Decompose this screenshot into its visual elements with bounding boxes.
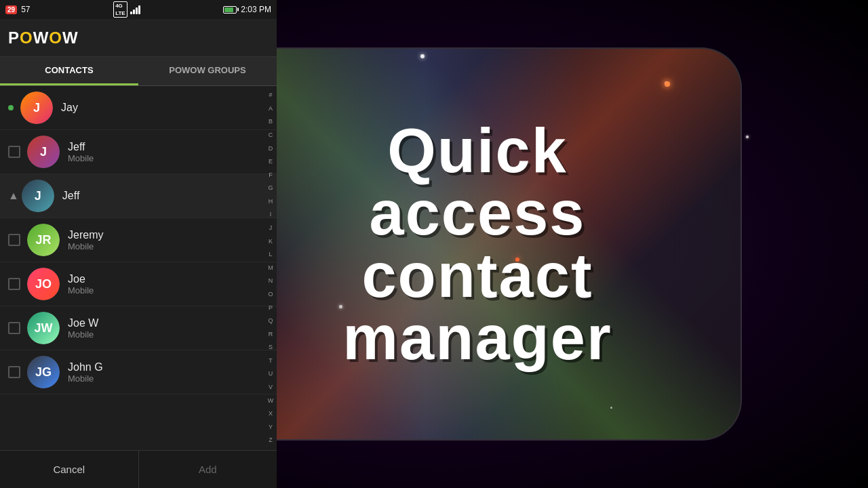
headline: Quick access contact manager [282,119,673,369]
alpha-t[interactable]: T [269,358,273,364]
contact-item-joe[interactable]: JO Joe Mobile [0,262,277,306]
contact-item-jay[interactable]: J Jay [0,86,277,130]
tab-contacts[interactable]: CONTACTS [0,57,138,85]
status-bar: 29 57 4GLTE 2:03 PM [0,0,277,19]
alpha-f[interactable]: F [269,172,273,178]
contact-info-johng: John G Mobile [68,361,269,384]
app-bar: POWOW [0,19,277,57]
alpha-g[interactable]: G [268,185,273,191]
contact-name-johng: John G [68,361,269,373]
avatar-johng: JG [27,356,60,388]
sparkle-orange [665,81,670,87]
alpha-b[interactable]: B [269,119,273,125]
signal-bar-3 [136,7,138,14]
checkbox-jeff1[interactable] [8,146,20,158]
avatar-jeff1: J [27,136,60,168]
alpha-o[interactable]: O [268,291,273,298]
contact-name-jay: Jay [61,102,269,114]
contact-info-jeff2: Jeff [62,190,269,202]
contact-item-jeff1[interactable]: J Jeff Mobile [0,130,277,174]
avatar-inner-jay: J [20,92,53,124]
contact-sub-joe: Mobile [68,285,269,296]
signal-bar-4 [138,5,140,14]
status-left: 29 57 [5,5,30,14]
contact-info-joew: Joe W Mobile [68,317,269,340]
sparkle-1 [420,54,425,58]
signal-bars [130,5,140,14]
checkbox-johng[interactable] [8,366,20,378]
avatar-inner-johng: JG [27,356,60,388]
contact-name-jeff2: Jeff [62,190,269,202]
alpha-r[interactable]: R [269,331,273,338]
alpha-u[interactable]: U [269,371,273,377]
contact-item-joew[interactable]: JW Joe W Mobile [0,306,277,350]
tabs: CONTACTS POWOW GROUPS [0,57,277,86]
avatar-jeremy: JR [27,224,60,256]
contact-info-jeff1: Jeff Mobile [68,141,269,163]
contact-item-johng[interactable]: JG John G Mobile [0,350,277,394]
alpha-e[interactable]: E [269,159,273,165]
online-dot [8,105,14,110]
status-right: 2:03 PM [223,5,271,14]
alpha-l[interactable]: L [269,251,272,258]
alpha-hash[interactable]: # [269,92,272,98]
alpha-h[interactable]: H [269,199,273,205]
alpha-k[interactable]: K [269,239,273,245]
alpha-d[interactable]: D [269,146,273,152]
avatar-inner-jeff1: J [27,136,60,168]
signal-bar-1 [130,12,132,14]
logo-o2: O [49,28,62,47]
contact-sub-johng: Mobile [68,373,269,384]
cancel-button[interactable]: Cancel [0,451,139,488]
alpha-v[interactable]: V [269,384,273,390]
avatar-inner-jeremy: JR [27,224,60,256]
main-text-block: Quick access contact manager [282,119,673,369]
contact-list: J Jay J Jeff Mobile ▲ J Jeff [0,86,277,450]
logo-text: POWOW [8,28,79,47]
alpha-w[interactable]: W [268,398,274,404]
alpha-i[interactable]: I [270,211,272,218]
contact-info-joe: Joe Mobile [68,273,269,296]
contact-sub-joew: Mobile [68,329,269,340]
contact-info-jeremy: Jeremy Mobile [68,229,269,251]
alpha-m[interactable]: M [268,265,273,271]
alpha-index: # A B C D E F G H I J K L M N O P Q R S … [264,86,277,450]
checkbox-joew[interactable] [8,322,20,334]
alpha-a[interactable]: A [269,106,273,112]
alpha-s[interactable]: S [269,344,273,350]
lte-badge: 4GLTE [113,1,127,18]
bottom-bar: Cancel Add [0,450,277,488]
alpha-c[interactable]: C [269,132,273,138]
avatar-joew: JW [27,312,60,344]
contact-name-joe: Joe [68,273,269,285]
tab-contacts-label: CONTACTS [45,65,93,75]
add-button[interactable]: Add [139,451,277,488]
alpha-z[interactable]: Z [269,437,273,443]
headline-line1: Quick [387,116,568,185]
contact-sub-jeremy: Mobile [68,241,269,251]
avatar-jay: J [20,92,53,124]
avatar-inner-joew: JW [27,312,60,344]
contact-item-jeremy[interactable]: JR Jeremy Mobile [0,218,277,262]
avatar-inner-joe: JO [27,268,60,300]
avatar-joe: JO [27,268,60,300]
alpha-p[interactable]: P [269,305,273,311]
headline-line3: manager [342,303,612,372]
logo-o: O [20,28,33,47]
tab-powow-groups[interactable]: POWOW GROUPS [138,57,277,85]
alpha-j[interactable]: J [269,225,273,231]
alpha-q[interactable]: Q [268,318,273,324]
expand-icon-jeff2: ▲ [8,190,19,202]
tab-powow-groups-label: POWOW GROUPS [169,65,245,75]
battery-fill [224,7,233,12]
alpha-x[interactable]: X [269,411,273,417]
sparkle-4 [610,407,612,409]
contact-item-jeff2[interactable]: ▲ J Jeff [0,174,277,218]
contact-name-jeremy: Jeremy [68,229,269,241]
avatar-inner-jeff2: J [22,180,54,212]
sparkle-2 [746,136,749,138]
checkbox-jeremy[interactable] [8,234,20,246]
alpha-n[interactable]: N [269,278,273,284]
alpha-y[interactable]: Y [269,424,273,430]
checkbox-joe[interactable] [8,278,20,290]
